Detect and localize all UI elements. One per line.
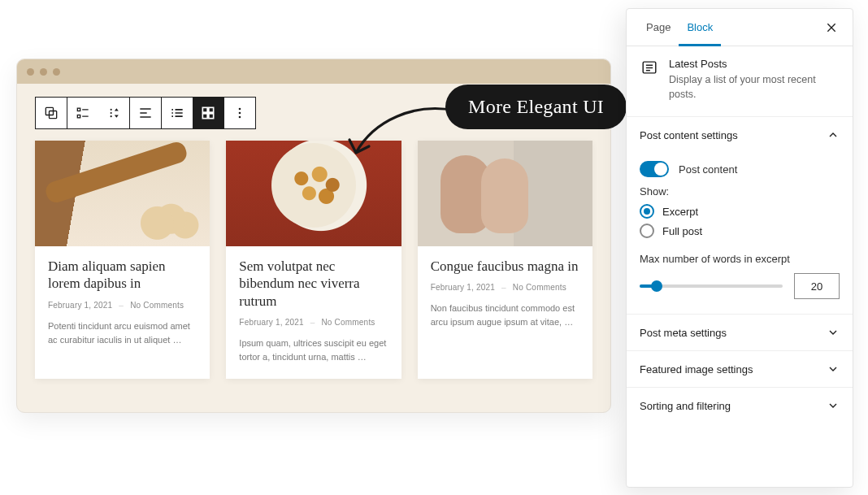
- post-meta: February 1, 2021–No Comments: [239, 318, 388, 327]
- post-excerpt: Non faucibus tincidunt commodo est arcu …: [431, 302, 579, 329]
- panel-post-content: Post content settings Post content Show:…: [627, 117, 853, 315]
- panel-header-sorting[interactable]: Sorting and filtering: [627, 388, 853, 423]
- sidebar-tabs: Page Block: [627, 9, 853, 46]
- post-thumbnail: [35, 141, 210, 246]
- svg-point-23: [239, 112, 241, 115]
- panel-title: Post meta settings: [640, 327, 727, 339]
- radio-full-post[interactable]: Full post: [640, 224, 840, 238]
- svg-rect-2: [77, 108, 80, 111]
- align-left-button[interactable]: [130, 98, 161, 128]
- callout-bubble: More Elegant UI: [445, 85, 627, 129]
- panel-header-post-meta[interactable]: Post meta settings: [627, 315, 853, 350]
- editor-canvas: Diam aliquam sapien lorem dapibus in Feb…: [17, 84, 610, 397]
- svg-point-6: [111, 109, 112, 111]
- block-toolbar: [35, 97, 256, 129]
- tab-block[interactable]: Block: [679, 9, 721, 46]
- chevron-down-icon: [827, 326, 840, 339]
- panel-header-featured-image[interactable]: Featured image settings: [627, 351, 853, 387]
- chevron-up-icon: [827, 128, 840, 141]
- close-sidebar-button[interactable]: [822, 18, 841, 37]
- radio-icon: [640, 204, 654, 219]
- post-date: February 1, 2021: [48, 301, 112, 310]
- post-meta: February 1, 2021–No Comments: [48, 301, 197, 310]
- post-excerpt: Potenti tincidunt arcu euismod amet ac c…: [48, 319, 197, 347]
- post-thumbnail: [418, 141, 592, 246]
- post-title[interactable]: Diam aliquam sapien lorem dapibus in: [48, 258, 197, 293]
- window-dot: [27, 68, 34, 76]
- panel-title: Sorting and filtering: [640, 400, 731, 412]
- more-options-button[interactable]: [224, 98, 255, 128]
- move-up-down-button[interactable]: [98, 98, 129, 128]
- svg-point-8: [111, 115, 112, 117]
- post-title[interactable]: Sem volutpat nec bibendum nec viverra ru…: [239, 258, 388, 310]
- svg-rect-19: [209, 107, 214, 112]
- posts-grid: Diam aliquam sapien lorem dapibus in Feb…: [35, 141, 592, 379]
- toggle-label: Post content: [679, 163, 737, 176]
- svg-point-24: [239, 116, 241, 119]
- post-card[interactable]: Sem volutpat nec bibendum nec viverra ru…: [226, 141, 401, 379]
- block-type-button[interactable]: [36, 98, 67, 128]
- list-layout-button[interactable]: [162, 98, 193, 128]
- radio-label: Excerpt: [662, 206, 698, 218]
- chevron-down-icon: [827, 363, 840, 376]
- svg-rect-21: [209, 114, 214, 119]
- show-label: Show:: [640, 185, 840, 198]
- post-meta: February 1, 2021–No Comments: [431, 283, 579, 292]
- svg-point-7: [111, 112, 112, 114]
- svg-rect-18: [202, 107, 207, 112]
- post-comments: No Comments: [513, 283, 566, 292]
- post-comments: No Comments: [321, 318, 375, 327]
- radio-excerpt[interactable]: Excerpt: [640, 204, 840, 219]
- panel-header-post-content[interactable]: Post content settings: [627, 117, 853, 153]
- post-card[interactable]: Diam aliquam sapien lorem dapibus in Feb…: [35, 141, 210, 379]
- window-dot: [53, 68, 60, 76]
- radio-label: Full post: [662, 225, 702, 237]
- post-card[interactable]: Congue faucibus magna in February 1, 202…: [418, 141, 592, 379]
- max-words-slider[interactable]: [640, 284, 783, 288]
- svg-rect-20: [202, 114, 207, 119]
- svg-point-22: [239, 108, 241, 111]
- tab-page[interactable]: Page: [638, 9, 679, 46]
- chevron-down-icon: [827, 399, 840, 412]
- radio-icon: [640, 224, 654, 238]
- post-title[interactable]: Congue faucibus magna in: [431, 258, 579, 275]
- post-thumbnail: [226, 141, 401, 246]
- post-excerpt: Ipsum quam, ultrices suscipit eu eget to…: [239, 337, 388, 364]
- block-summary: Latest Posts Display a list of your most…: [627, 46, 853, 117]
- max-words-input[interactable]: 20: [794, 273, 840, 299]
- grid-layout-button[interactable]: [193, 98, 224, 128]
- max-words-label: Max number of words in excerpt: [640, 253, 840, 265]
- panel-title: Post content settings: [640, 129, 738, 141]
- svg-rect-4: [77, 115, 80, 118]
- block-name: Latest Posts: [669, 58, 840, 70]
- block-description: Display a list of your most recent posts…: [669, 73, 840, 102]
- window-dot: [40, 68, 47, 76]
- panel-title: Featured image settings: [640, 363, 753, 376]
- settings-sidebar: Page Block Latest Posts Display a list o…: [626, 8, 853, 488]
- post-date: February 1, 2021: [431, 283, 495, 292]
- post-date: February 1, 2021: [239, 318, 303, 327]
- latest-posts-icon: [640, 58, 659, 77]
- post-content-toggle[interactable]: [640, 161, 669, 177]
- post-comments: No Comments: [130, 301, 184, 310]
- list-view-button[interactable]: [67, 98, 98, 128]
- browser-chrome: [17, 59, 610, 84]
